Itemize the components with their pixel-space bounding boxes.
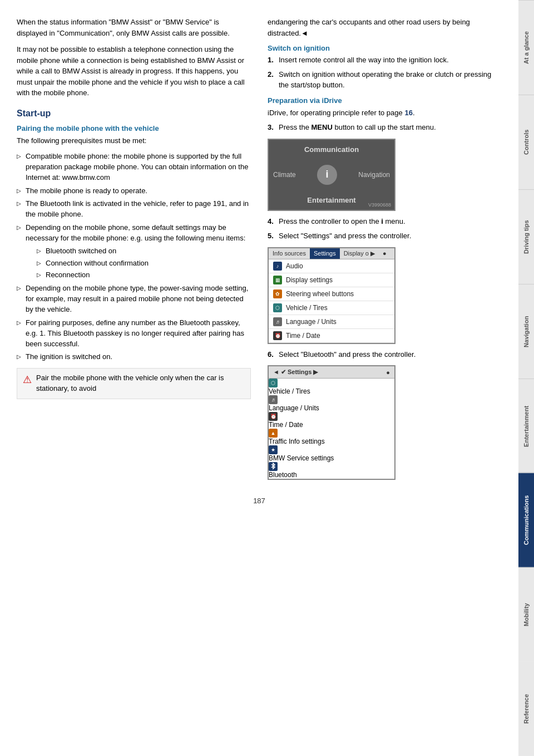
steering-icon: ✿ — [273, 289, 282, 298]
section-heading-startup: Start-up — [17, 109, 251, 119]
bullet-6: For pairing purposes, define any number … — [17, 318, 251, 350]
tab-controls[interactable]: Controls — [518, 95, 534, 189]
idrive-bottom-label: Entertainment — [307, 196, 355, 204]
bullet-7: The ignition is switched on. — [17, 352, 251, 362]
settings-tab-bar: Info sources Settings Display o ▶ ● — [269, 248, 394, 259]
bt-bluetooth-icon — [269, 462, 278, 471]
bullet-3: The Bluetooth link is activated in the v… — [17, 199, 251, 220]
idrive-step-3: 3. Press the MENU button to call up the … — [268, 122, 502, 133]
settings-audio[interactable]: ♪ Audio — [269, 259, 394, 273]
vehicle-icon: ⬡ — [273, 303, 282, 312]
idrive-middle-row: Climate i Navigation — [273, 165, 390, 185]
bt-bmw-service-icon: ★ — [269, 445, 278, 454]
idrive-intro: iDrive, for operating principle refer to… — [268, 107, 502, 119]
tab-communications[interactable]: Communications — [518, 473, 534, 567]
settings-language[interactable]: ♬ Language / Units — [269, 315, 394, 329]
intro-paragraph-2: It may not be possible to establish a te… — [17, 44, 251, 99]
idrive-left-label: Climate — [273, 171, 296, 179]
settings-display[interactable]: ▦ Display settings — [269, 273, 394, 287]
idrive-step-5: 5. Select "Settings" and press the contr… — [268, 231, 502, 242]
time-icon: ⏰ — [273, 331, 282, 340]
idrive-center-icon: i — [317, 165, 337, 185]
sub-bullet-1: Bluetooth switched on — [37, 246, 251, 257]
idrive-steps-4-5: 4. Press the controller to open the i me… — [268, 217, 502, 242]
bt-time-icon: ⏰ — [269, 412, 278, 421]
language-icon: ♬ — [273, 317, 282, 326]
tab-entertainment[interactable]: Entertainment — [518, 379, 534, 473]
tab-at-a-glance[interactable]: At a glance — [518, 0, 534, 95]
bt-language[interactable]: ♬ Language / Units — [269, 395, 394, 412]
settings-steering[interactable]: ✿ Steering wheel buttons — [269, 287, 394, 301]
bullet-5: Depending on the mobile phone type, the … — [17, 283, 251, 315]
idrive-right-label: Navigation — [358, 171, 390, 179]
settings-time[interactable]: ⏰ Time / Date — [269, 329, 394, 343]
right-column: endangering the car's occupants and othe… — [268, 17, 502, 485]
bullet-2: The mobile phone is ready to operate. — [17, 186, 251, 197]
settings-vehicle[interactable]: ⬡ Vehicle / Tires — [269, 301, 394, 315]
display-icon: ▦ — [273, 276, 282, 284]
idrive-top-label: Communication — [304, 145, 359, 154]
step-6: 6. Select "Bluetooth" and press the cont… — [268, 350, 502, 360]
bluetooth-screen: ◄ ✔ Settings ▶ ● ⬡ Vehicle / Tires ♬ Lan… — [268, 365, 395, 480]
sub-heading-pairing: Pairing the mobile phone with the vehicl… — [17, 124, 251, 132]
settings-screen: Info sources Settings Display o ▶ ● ♪ Au… — [268, 247, 395, 344]
idrive-step-4: 4. Press the controller to open the i me… — [268, 217, 502, 227]
audio-icon: ♪ — [273, 262, 282, 271]
switch-on-ignition-heading: Switch on ignition — [268, 44, 502, 52]
warning-text: Pair the mobile phone with the vehicle o… — [36, 373, 245, 394]
prep-via-idrive-heading: Preparation via iDrive — [268, 96, 502, 105]
page-number: 187 — [17, 497, 502, 505]
intro-paragraph-1: When the status information "BMW Assist"… — [17, 17, 251, 38]
idrive-corner-info: V3990688 — [368, 202, 391, 208]
tab-settings[interactable]: Settings — [310, 248, 340, 259]
bullet-4: Depending on the mobile phone, some defa… — [17, 223, 251, 281]
sub-bullet-3: Reconnection — [37, 270, 251, 281]
ignition-step-2: 2. Switch on ignition without operating … — [268, 70, 502, 91]
left-column: When the status information "BMW Assist"… — [17, 17, 251, 485]
idrive-step-6: 6. Select "Bluetooth" and press the cont… — [268, 350, 502, 360]
bullet-1: Compatible mobile phone: the mobile phon… — [17, 151, 251, 183]
prerequisites-list: Compatible mobile phone: the mobile phon… — [17, 151, 251, 362]
warning-box: ⚠ Pair the mobile phone with the vehicle… — [17, 368, 251, 399]
ignition-step-1: 1. Insert remote control all the way int… — [268, 55, 502, 66]
bt-bluetooth[interactable]: Bluetooth — [269, 462, 394, 479]
sub-bullet-2: Connection without confirmation — [37, 258, 251, 269]
bt-header: ◄ ✔ Settings ▶ ● — [269, 366, 394, 379]
prerequisites-intro: The following prerequisites must be met: — [17, 135, 251, 146]
tab-mobility[interactable]: Mobility — [518, 567, 534, 662]
side-tabs: At a glance Controls Driving tips Naviga… — [518, 0, 534, 756]
tab-info-sources[interactable]: Info sources — [269, 248, 310, 259]
sub-bullet-list: Bluetooth switched on Connection without… — [26, 246, 251, 281]
ignition-steps: 1. Insert remote control all the way int… — [268, 55, 502, 91]
main-content: When the status information "BMW Assist"… — [0, 0, 518, 756]
tab-driving-tips[interactable]: Driving tips — [518, 189, 534, 284]
idrive-steps: 3. Press the MENU button to call up the … — [268, 122, 502, 133]
warning-continuation: endangering the car's occupants and othe… — [268, 17, 502, 38]
tab-dot[interactable]: ● — [379, 248, 390, 259]
tab-navigation[interactable]: Navigation — [518, 284, 534, 379]
tab-display[interactable]: Display o ▶ — [340, 248, 379, 259]
bt-vehicle-icon: ⬡ — [269, 379, 278, 387]
bt-language-icon: ♬ — [269, 395, 278, 404]
bt-dot: ● — [386, 369, 390, 376]
warning-icon: ⚠ — [23, 372, 32, 387]
bt-bmw-service[interactable]: ★ BMW Service settings — [269, 445, 394, 462]
bt-traffic[interactable]: ▲ Traffic Info settings — [269, 429, 394, 445]
bt-time[interactable]: ⏰ Time / Date — [269, 412, 394, 429]
tab-reference[interactable]: Reference — [518, 662, 534, 756]
bt-traffic-icon: ▲ — [269, 429, 278, 438]
bt-vehicle[interactable]: ⬡ Vehicle / Tires — [269, 379, 394, 395]
idrive-screen: Communication Climate i Navigation Enter… — [268, 139, 395, 211]
